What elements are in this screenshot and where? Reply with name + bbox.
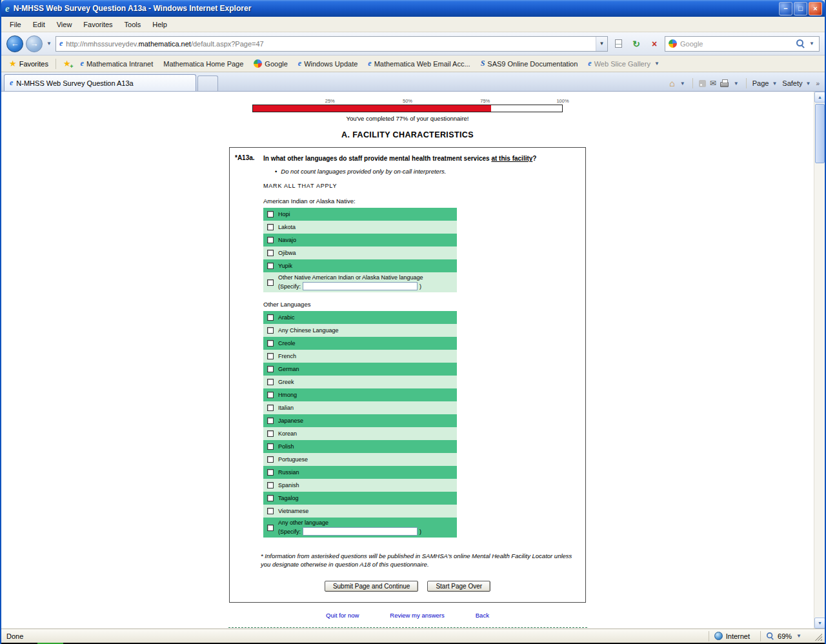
- review-my-answers-link[interactable]: Review my answers: [390, 612, 444, 619]
- vertical-scrollbar[interactable]: ▲ ▼: [814, 92, 825, 629]
- checkbox[interactable]: [267, 469, 274, 476]
- search-magnifier-icon[interactable]: [796, 39, 805, 48]
- home-dropdown-icon[interactable]: ▼: [679, 81, 687, 86]
- favorites-item-windows-update[interactable]: eWindows Update: [294, 57, 362, 70]
- home-button[interactable]: ⌂: [669, 78, 674, 88]
- checkbox[interactable]: [267, 482, 274, 488]
- language-row-yupik[interactable]: Yupik: [263, 259, 457, 272]
- language-row-hmong[interactable]: Hmong: [263, 388, 457, 401]
- checkbox[interactable]: [267, 327, 274, 334]
- language-row-french[interactable]: French: [263, 350, 457, 363]
- address-input[interactable]: e http://nmhsssurveydev.mathematica.net/…: [55, 36, 608, 52]
- language-row-german[interactable]: German: [263, 363, 457, 376]
- checkbox[interactable]: [267, 224, 274, 230]
- menu-favorites[interactable]: Favorites: [77, 18, 118, 31]
- checkbox[interactable]: [267, 237, 274, 243]
- checkbox[interactable]: [267, 379, 274, 385]
- language-row-italian[interactable]: Italian: [263, 401, 457, 414]
- tab-active[interactable]: e N-MHSS Web Survey Question A13a: [4, 74, 196, 91]
- stop-button[interactable]: ×: [647, 36, 662, 52]
- checkbox[interactable]: [267, 353, 274, 359]
- back-button[interactable]: ←: [6, 35, 23, 52]
- checkbox[interactable]: [267, 443, 274, 450]
- language-row-greek[interactable]: Greek: [263, 376, 457, 388]
- menu-edit[interactable]: Edit: [27, 18, 51, 31]
- search-input[interactable]: Google ▼: [665, 36, 820, 52]
- favorites-item-web-slice-gallery[interactable]: eWeb Slice Gallery▼: [583, 57, 665, 70]
- zoom-dropdown-icon[interactable]: ▼: [795, 633, 803, 639]
- favorites-item-mathematica-intranet[interactable]: eMathematica Intranet: [76, 57, 158, 70]
- start-page-over-button[interactable]: Start Page Over: [427, 581, 490, 592]
- title-bar[interactable]: e N-MHSS Web Survey Question A13a - Wind…: [1, 0, 825, 17]
- print-dropdown-icon[interactable]: ▼: [732, 81, 740, 86]
- checkbox[interactable]: [267, 405, 274, 411]
- language-row-other-native[interactable]: Other Native American Indian or Alaska N…: [263, 272, 457, 292]
- language-row-russian[interactable]: Russian: [263, 466, 457, 479]
- scroll-up-button[interactable]: ▲: [814, 92, 825, 103]
- page-menu-button[interactable]: Page▼: [752, 79, 779, 87]
- zoom-control[interactable]: 69% ▼: [760, 631, 808, 641]
- language-row-lakota[interactable]: Lakota: [263, 221, 457, 234]
- other-language-specify-input[interactable]: [303, 527, 418, 536]
- minimize-button[interactable]: −: [779, 2, 792, 15]
- add-favorite-button[interactable]: ★: [59, 57, 75, 70]
- language-row-navajo[interactable]: Navajo: [263, 234, 457, 247]
- language-row-arabic[interactable]: Arabic: [263, 311, 457, 324]
- safety-menu-button[interactable]: Safety▼: [782, 79, 812, 87]
- address-dropdown-button[interactable]: ▼: [596, 37, 607, 51]
- quit-for-now-link[interactable]: Quit for now: [326, 612, 359, 619]
- submit-page-button[interactable]: Submit Page and Continue: [325, 581, 419, 592]
- forward-button[interactable]: →: [26, 35, 43, 52]
- language-row-japanese[interactable]: Japanese: [263, 414, 457, 427]
- checkbox[interactable]: [267, 456, 274, 463]
- checkbox[interactable]: [267, 211, 274, 217]
- checkbox[interactable]: [267, 279, 274, 286]
- language-row-korean[interactable]: Korean: [263, 427, 457, 440]
- language-row-portuguese[interactable]: Portuguese: [263, 453, 457, 466]
- scroll-down-button[interactable]: ▼: [814, 618, 825, 629]
- checkbox[interactable]: [267, 525, 274, 531]
- checkbox[interactable]: [267, 250, 274, 256]
- compatibility-view-button[interactable]: [610, 36, 626, 52]
- menu-file[interactable]: File: [4, 18, 27, 31]
- checkbox[interactable]: [267, 495, 274, 501]
- checkbox[interactable]: [267, 366, 274, 372]
- print-button[interactable]: [720, 82, 729, 87]
- checkbox[interactable]: [267, 418, 274, 424]
- favorites-item-sas9-documentation[interactable]: SSAS9 Online Documentation: [476, 57, 583, 70]
- scrollbar-thumb[interactable]: [815, 104, 825, 163]
- menu-help[interactable]: Help: [146, 18, 173, 31]
- checkbox[interactable]: [267, 314, 274, 321]
- maximize-button[interactable]: □: [794, 2, 807, 15]
- close-button[interactable]: ×: [809, 2, 822, 15]
- back-link[interactable]: Back: [476, 612, 489, 619]
- language-row-chinese[interactable]: Any Chinese Language: [263, 324, 457, 337]
- language-row-ojibwa[interactable]: Ojibwa: [263, 247, 457, 259]
- language-row-hopi[interactable]: Hopi: [263, 208, 457, 221]
- new-tab-button[interactable]: [197, 75, 218, 91]
- favorites-item-google[interactable]: Google: [249, 57, 292, 70]
- checkbox[interactable]: [267, 430, 274, 437]
- checkbox[interactable]: [267, 508, 274, 514]
- refresh-button[interactable]: ↻: [629, 36, 644, 52]
- language-row-creole[interactable]: Creole: [263, 337, 457, 350]
- favorites-item-mathematica-home-page[interactable]: Mathematica Home Page: [159, 58, 248, 70]
- language-row-vietnamese[interactable]: Vietnamese: [263, 505, 457, 518]
- toolbar-overflow-chevron[interactable]: »: [816, 80, 820, 87]
- checkbox[interactable]: [267, 263, 274, 269]
- resize-grip[interactable]: [813, 632, 822, 641]
- history-dropdown-icon[interactable]: ▼: [45, 41, 53, 46]
- menu-tools[interactable]: Tools: [119, 18, 147, 31]
- language-row-other-any[interactable]: Any other language (Specify: ): [263, 518, 457, 538]
- favorites-button[interactable]: ★ Favorites: [5, 57, 52, 70]
- feeds-button[interactable]: [699, 80, 706, 87]
- language-row-spanish[interactable]: Spanish: [263, 479, 457, 492]
- checkbox[interactable]: [267, 340, 274, 347]
- language-row-polish[interactable]: Polish: [263, 440, 457, 453]
- other-native-specify-input[interactable]: [303, 282, 418, 290]
- read-mail-button[interactable]: ✉: [710, 79, 716, 88]
- search-dropdown-icon[interactable]: ▼: [808, 41, 816, 46]
- favorites-item-mathematica-web-email[interactable]: eMathematica Web Email Acc...: [363, 57, 474, 70]
- checkbox[interactable]: [267, 392, 274, 398]
- menu-view[interactable]: View: [51, 18, 78, 31]
